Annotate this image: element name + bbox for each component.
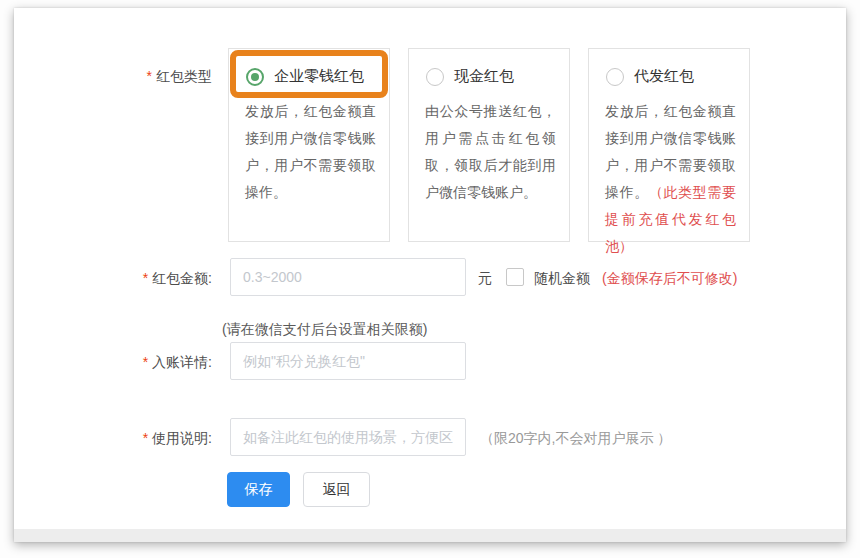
required-asterisk: *	[143, 354, 148, 370]
form-panel: *红包类型 企业零钱红包 发放后，红包金额直接到用户微信零钱账户，用户不需要领取…	[14, 8, 846, 542]
amount-unit: 元	[478, 269, 492, 287]
usage-input[interactable]	[230, 418, 466, 456]
required-asterisk: *	[147, 68, 152, 84]
random-amount-checkbox[interactable]	[506, 268, 524, 286]
field-label-usage: *使用说明:	[14, 428, 212, 448]
detail-label-text: 入账详情:	[152, 354, 212, 370]
option-head-agent: 代发红包	[589, 49, 749, 86]
page-footer-strip	[14, 529, 846, 542]
radio-enterprise-change[interactable]	[246, 68, 264, 86]
option-title-enterprise-change: 企业零钱红包	[274, 67, 364, 86]
option-desc-text: 发放后，红包金额直接到用户微信零钱账户，用户不需要领取操作。	[245, 103, 376, 200]
radio-cash[interactable]	[426, 68, 444, 86]
screenshot: *红包类型 企业零钱红包 发放后，红包金额直接到用户微信零钱账户，用户不需要领取…	[0, 0, 860, 558]
radio-dot	[251, 73, 259, 81]
amount-input[interactable]	[230, 258, 466, 296]
option-title-cash: 现金红包	[454, 67, 514, 86]
radio-dot	[431, 73, 439, 81]
required-asterisk: *	[143, 270, 148, 286]
radio-dot	[611, 73, 619, 81]
amount-label-text: 红包金额:	[152, 270, 212, 286]
usage-limit-note: （限20字内,不会对用户展示 ）	[480, 429, 671, 447]
option-head-enterprise-change: 企业零钱红包	[229, 49, 389, 86]
usage-label-text: 使用说明:	[152, 430, 212, 446]
option-card-agent[interactable]: 代发红包 发放后，红包金额直接到用户微信零钱账户，用户不需要领取操作。（此类型需…	[588, 48, 750, 242]
amount-helper-note: (请在微信支付后台设置相关限额)	[222, 320, 427, 338]
random-amount-label: 随机金额	[534, 269, 590, 287]
option-card-cash[interactable]: 现金红包 由公众号推送红包，用户需点击红包领取，领取后才能到用户微信零钱账户。	[408, 48, 570, 242]
field-label-type: *红包类型	[14, 66, 212, 86]
option-desc-enterprise-change: 发放后，红包金额直接到用户微信零钱账户，用户不需要领取操作。	[229, 86, 389, 206]
required-asterisk: *	[143, 430, 148, 446]
option-title-agent: 代发红包	[634, 67, 694, 86]
option-head-cash: 现金红包	[409, 49, 569, 86]
option-desc-text: 由公众号推送红包，用户需点击红包领取，领取后才能到用户微信零钱账户。	[425, 103, 556, 200]
save-button[interactable]: 保存	[227, 472, 290, 507]
back-button[interactable]: 返回	[303, 472, 370, 507]
type-label-text: 红包类型	[156, 68, 212, 84]
option-card-enterprise-change[interactable]: 企业零钱红包 发放后，红包金额直接到用户微信零钱账户，用户不需要领取操作。	[228, 48, 390, 242]
field-label-detail: *入账详情:	[14, 352, 212, 372]
amount-warning-note: (金额保存后不可修改)	[602, 269, 737, 287]
detail-input[interactable]	[230, 342, 466, 380]
radio-agent[interactable]	[606, 68, 624, 86]
option-desc-agent: 发放后，红包金额直接到用户微信零钱账户，用户不需要领取操作。（此类型需要提前充值…	[589, 86, 749, 260]
field-label-amount: *红包金额:	[14, 268, 212, 288]
option-desc-cash: 由公众号推送红包，用户需点击红包领取，领取后才能到用户微信零钱账户。	[409, 86, 569, 206]
